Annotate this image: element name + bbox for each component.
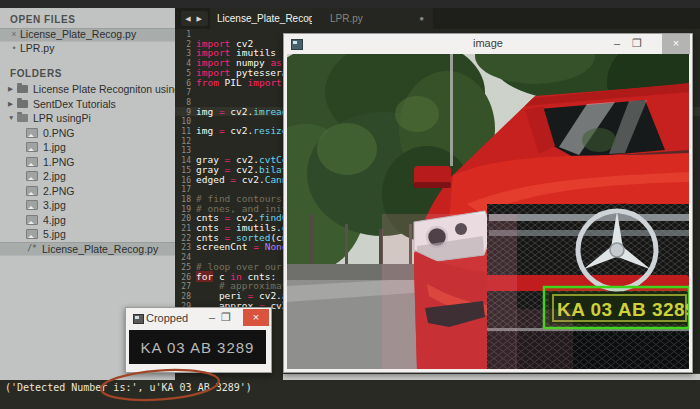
window-top-edge	[0, 0, 700, 8]
maximize-button[interactable]: ❐	[219, 308, 233, 328]
tree-item[interactable]: 1.jpg	[0, 140, 175, 155]
folder-icon	[17, 85, 28, 93]
tree-item-label: 4.jpg	[43, 213, 66, 228]
image-file-icon	[26, 229, 38, 239]
open-files-heading: OPEN FILES	[10, 14, 175, 25]
code-token: import	[248, 77, 288, 88]
tree-item[interactable]: 2.jpg	[0, 169, 175, 184]
image-file-icon	[26, 200, 38, 210]
code-token: =	[253, 241, 264, 252]
close-button[interactable]: ×	[662, 34, 690, 54]
open-file-item[interactable]: ×License_Plate_Recog.py	[0, 28, 175, 42]
code-token: PIL	[225, 77, 248, 88]
cropped-plate-image: KA 03 AB 3289	[129, 330, 266, 364]
tab-bar: ◀ ▶ License_Plate_Recog.py × LPR.py ●	[175, 8, 700, 29]
car-photo-svg: KA 03 AB 3289	[287, 54, 689, 369]
tree-item-label: 1.jpg	[43, 140, 66, 155]
modified-dot-icon[interactable]: •	[8, 42, 20, 56]
image-file-icon	[26, 157, 38, 167]
code-token: img	[196, 106, 219, 117]
image-file-icon	[26, 142, 38, 152]
code-token: edged	[196, 174, 230, 185]
code-token: cv2.	[242, 174, 265, 185]
cropped-plate-window[interactable]: Cropped – ❐ × KA 03 AB 3289	[125, 307, 272, 373]
folder-icon	[17, 114, 28, 122]
code-token: cv2.	[230, 106, 253, 117]
image-file-icon	[26, 215, 38, 225]
tree-item[interactable]: ▶License Plate Recogniton using OpenCv	[0, 82, 175, 97]
tab-close-icon[interactable]: ×	[306, 8, 311, 29]
chevron-right-icon[interactable]: ▶	[8, 97, 17, 112]
code-file-icon: /*	[26, 242, 38, 257]
tab-license-plate-recog[interactable]: License_Plate_Recog.py ×	[210, 8, 317, 29]
close-button[interactable]: ×	[243, 309, 269, 326]
code-token: cv2.	[230, 125, 253, 136]
tree-item-label: 2.PNG	[43, 184, 75, 199]
image-file-icon	[26, 171, 38, 181]
tree-item[interactable]: 0.PNG	[0, 126, 175, 141]
tree-item-label: LPR usingPi	[33, 111, 91, 126]
close-icon[interactable]: ×	[8, 28, 20, 42]
code-token: =	[230, 174, 241, 185]
cropped-window-icon	[133, 314, 144, 324]
utility-pole	[450, 54, 453, 166]
maximize-button[interactable]: ❐	[628, 34, 646, 54]
chevron-right-icon[interactable]: ▶	[8, 82, 17, 97]
folder-tree: ▶License Plate Recogniton using OpenCv▶S…	[0, 82, 175, 256]
app-window: OPEN FILES ×License_Plate_Recog.py•LPR.p…	[0, 0, 700, 409]
console-output-text: ('Detected Number is:', u'KA 03 AB 3289'…	[5, 382, 252, 393]
code-token: =	[219, 125, 230, 136]
folder-icon	[17, 100, 28, 108]
open-file-label: License_Plate_Recog.py	[20, 28, 136, 42]
pink-overlay	[382, 214, 517, 369]
car-photo: KA 03 AB 3289	[287, 54, 689, 369]
cropped-window-titlebar[interactable]: Cropped – ❐ ×	[126, 308, 271, 330]
minimize-button[interactable]: –	[205, 308, 219, 328]
folders-heading: FOLDERS	[10, 68, 175, 79]
tab-lpr[interactable]: LPR.py ●	[312, 8, 433, 29]
tree-item-label: SentDex Tutorials	[33, 97, 116, 112]
open-files-list: ×License_Plate_Recog.py•LPR.py	[0, 28, 175, 55]
tree-item[interactable]: 2.PNG	[0, 184, 175, 199]
tree-item[interactable]: /*License_Plate_Recog.py	[0, 242, 175, 257]
tree-item-label: 0.PNG	[43, 126, 75, 141]
image-viewer-window[interactable]: image – ❐ ×	[283, 33, 693, 373]
tree-item[interactable]: 4.jpg	[0, 213, 175, 228]
tree-item[interactable]: ▶SentDex Tutorials	[0, 97, 175, 112]
image-file-icon	[26, 128, 38, 138]
image-file-icon	[26, 186, 38, 196]
console-output: ('Detected Number is:', u'KA 03 AB 3289'…	[0, 380, 700, 409]
tree-item[interactable]: 5.jpg	[0, 227, 175, 242]
cropped-plate-text: KA 03 AB 3289	[141, 339, 255, 356]
tab-label: LPR.py	[330, 13, 363, 24]
tree-item-label: License Plate Recogniton using OpenCv	[33, 82, 175, 97]
code-token: =	[219, 106, 230, 117]
tree-item[interactable]: ▼LPR usingPi	[0, 111, 175, 126]
code-token: from	[196, 77, 225, 88]
minimize-button[interactable]: –	[608, 34, 626, 54]
tree-item-label: 5.jpg	[43, 227, 66, 242]
image-window-titlebar[interactable]: image – ❐ ×	[284, 34, 692, 54]
open-file-item[interactable]: •LPR.py	[0, 42, 175, 56]
code-token: screenCnt	[196, 241, 253, 252]
tab-modified-dot-icon: ●	[419, 8, 424, 29]
tab-nav-arrows[interactable]: ◀ ▶	[181, 11, 208, 26]
tree-item[interactable]: 3.jpg	[0, 198, 175, 213]
tree-item-label: 1.PNG	[43, 155, 75, 170]
chevron-down-icon[interactable]: ▼	[8, 111, 17, 126]
open-file-label: LPR.py	[20, 42, 54, 56]
tree-item-label: 2.jpg	[43, 169, 66, 184]
tree-item-label: 3.jpg	[43, 198, 66, 213]
tree-item[interactable]: 1.PNG	[0, 155, 175, 170]
code-token: img	[196, 125, 219, 136]
tree-item-label: License_Plate_Recog.py	[42, 242, 158, 257]
